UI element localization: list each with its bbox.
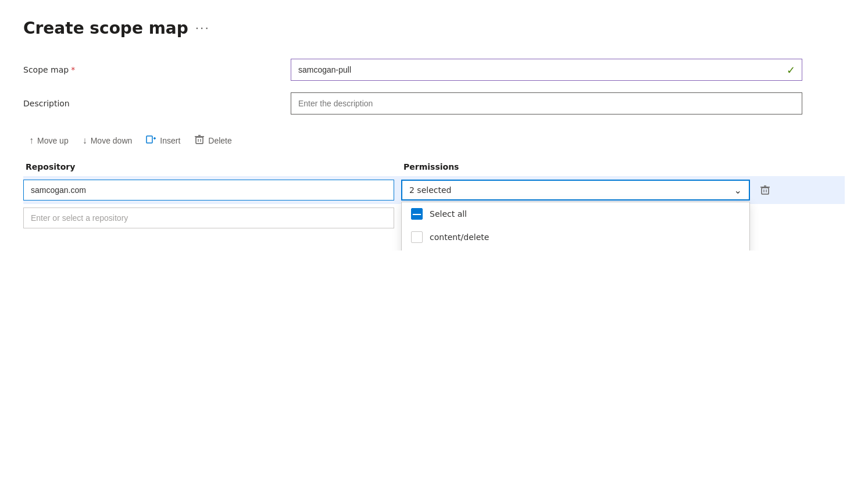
table-row: 2 selected ⌄ — Select all content/delete…	[23, 176, 845, 204]
dropdown-item-content-read[interactable]: ✓ content/read	[402, 249, 749, 250]
checkbox-select-all: —	[411, 208, 423, 220]
page-title: Create scope map	[23, 19, 188, 38]
repo-input-field[interactable]	[23, 180, 394, 201]
dropdown-label-content-delete: content/delete	[430, 232, 489, 242]
dropdown-panel: — Select all content/delete ✓ content/re…	[401, 202, 750, 250]
svg-rect-3	[196, 137, 203, 144]
description-input-wrapper	[291, 92, 802, 114]
more-options-button[interactable]: ···	[195, 22, 210, 35]
scope-map-input-wrapper: ✓	[291, 59, 802, 81]
columns-header: Repository Permissions	[23, 162, 845, 171]
valid-checkmark-icon: ✓	[787, 64, 795, 76]
checkbox-content-delete	[411, 231, 423, 243]
scope-map-label: Scope map *	[23, 65, 291, 74]
scope-map-input[interactable]	[291, 59, 802, 81]
delete-button[interactable]: Delete	[188, 131, 237, 151]
dropdown-label-select-all: Select all	[430, 209, 467, 219]
delete-row-button[interactable]	[755, 180, 776, 201]
description-label: Description	[23, 99, 291, 108]
chevron-down-icon: ⌄	[734, 185, 742, 196]
permissions-selected-label: 2 selected	[409, 185, 451, 195]
description-input[interactable]	[291, 92, 802, 114]
svg-rect-0	[147, 136, 152, 143]
move-up-icon: ↑	[29, 135, 34, 146]
dropdown-item-select-all[interactable]: — Select all	[402, 202, 749, 226]
insert-icon	[146, 134, 156, 147]
dropdown-item-content-delete[interactable]: content/delete	[402, 226, 749, 249]
move-down-button[interactable]: ↓ Move down	[77, 132, 138, 149]
toolbar: ↑ Move up ↓ Move down Insert Delete	[23, 131, 845, 151]
move-up-button[interactable]: ↑ Move up	[23, 132, 74, 149]
insert-button[interactable]: Insert	[140, 131, 186, 151]
move-down-icon: ↓	[83, 135, 87, 146]
permissions-dropdown[interactable]: 2 selected ⌄	[401, 180, 750, 201]
perm-column-header: Permissions	[401, 162, 459, 171]
delete-icon	[194, 134, 205, 147]
permissions-dropdown-wrapper: 2 selected ⌄ — Select all content/delete…	[401, 180, 750, 201]
required-indicator: *	[71, 65, 75, 74]
new-repo-input[interactable]	[23, 207, 394, 228]
trash-icon	[760, 185, 770, 195]
repo-column-header: Repository	[23, 162, 401, 171]
svg-rect-8	[762, 188, 769, 194]
